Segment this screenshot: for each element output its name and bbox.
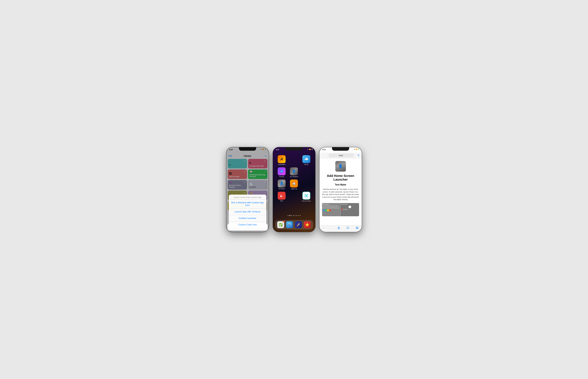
signal-icon-3: ▪▪▪ [354, 149, 355, 150]
dock-reeder[interactable]: ⭐ [304, 221, 311, 228]
dot-8 [300, 215, 301, 216]
text-stephen-icon: 👤 [290, 167, 298, 175]
dock-launch[interactable]: 🚀 [295, 221, 302, 228]
dot-5 [294, 215, 295, 216]
home-row-3: 👤 Text Myke 🏠 Lights Up [276, 179, 312, 190]
safari-reload-button[interactable]: ↻ [358, 154, 360, 157]
phone-2: 4:17 ▪▪▪ 📶 🔋 A Automation ☁️ Hourly [273, 147, 315, 232]
rss-icon [278, 192, 286, 200]
status-time-3: 4:17 [322, 149, 326, 151]
dot-1 [288, 215, 289, 216]
wifi-icon-3: 📶 [356, 149, 357, 150]
signal-icon-2: ▪▪▪ [307, 149, 309, 150]
dot-7 [298, 215, 299, 216]
svg-rect-4 [307, 194, 308, 195]
preview-right: Home Control + [340, 203, 359, 216]
home-app-automation[interactable]: A Automation [277, 155, 286, 165]
svg-rect-6 [307, 196, 308, 197]
safari-back-button[interactable]: ‹ [322, 226, 324, 231]
automation-icon: A [278, 155, 286, 163]
safari-preview-thumbnail: Home Control Add this launcher for 'Home… [322, 203, 359, 216]
home-app-hourly[interactable]: ☁️ Hourly [302, 155, 311, 165]
text-myke-icon: 👤 [278, 179, 286, 188]
frames-label: Frames [279, 176, 284, 177]
page-dots [273, 215, 315, 216]
action-sheet-item-1[interactable]: Launch App URL Scheme [229, 208, 266, 215]
status-time-2: 4:17 [276, 149, 279, 151]
home-app-text-stephen[interactable]: 👤 Text Stephen [289, 167, 299, 177]
stephen-photo: 👤 [290, 167, 298, 175]
action-sheet: Choose a Home Screen Launcher Type Run a… [229, 195, 266, 228]
hourly-label: Hourly [304, 164, 309, 165]
status-icons-2: ▪▪▪ 📶 🔋 [307, 149, 313, 150]
action-sheet-wrapper: Choose a Home Screen Launcher Type Run a… [228, 223, 268, 231]
hourly-icon: ☁️ [302, 155, 310, 163]
safari-page-subtitle: Text Myke [335, 183, 346, 186]
safari-page-title: Add Home Screen Launcher [322, 174, 359, 182]
dot-4 [293, 215, 294, 216]
svg-rect-3 [305, 194, 306, 195]
notch-2 [285, 147, 303, 151]
battery-icon-3: 🔋 [358, 149, 359, 150]
action-sheet-item-0[interactable]: Run a Shortcut with Custom App Icon [229, 199, 266, 208]
svg-rect-7 [306, 195, 307, 196]
svg-rect-1 [280, 196, 281, 197]
homescreen-label: Home Screen [302, 200, 311, 202]
dot-3 [291, 215, 292, 216]
dot-2 [289, 215, 290, 216]
battery-icon-2: 🔋 [311, 149, 313, 150]
safari-avatar: 👤 [335, 161, 346, 172]
rss-label: RSS [280, 200, 283, 202]
home-app-rss[interactable]: RSS [277, 192, 286, 202]
home-app-frames[interactable]: 💠 Frames [277, 167, 286, 177]
safari-page-description: Add this launcher for 'Text Myke' to you… [322, 188, 359, 201]
wifi-icon-2: 📶 [309, 149, 311, 150]
home-app-homescreen[interactable]: Home Screen [302, 192, 311, 202]
safari-url-field[interactable]: data: [329, 154, 354, 157]
home-row-1: A Automation ☁️ Hourly [276, 155, 312, 165]
home-app-lights-up[interactable]: 🏠 Lights Up [289, 179, 299, 190]
omnifocus-badge: 9 [283, 221, 285, 222]
preview-left: Home Control Add this launcher for 'Home… [322, 203, 340, 216]
action-sheet-item-2[interactable]: Contact Launcher [229, 215, 266, 221]
safari-bottom-bar: ‹ › [319, 225, 362, 231]
dock-safari[interactable] [286, 221, 293, 228]
status-icons-3: ▪▪▪ 📶 🔋 [354, 149, 359, 150]
safari-forward-button[interactable]: › [329, 226, 332, 231]
safari-address-bar: data: ↻ [319, 153, 362, 158]
home-row-2: 💠 Frames 👤 Text Stephen [276, 167, 312, 177]
svg-rect-5 [305, 196, 306, 197]
dock-omnifocus[interactable]: ✅ 9 [277, 221, 284, 228]
homescreen-icon [302, 192, 310, 200]
frames-icon: 💠 [278, 167, 286, 175]
automation-label: Automation [278, 164, 285, 165]
lights-up-icon: 🏠 [290, 179, 298, 188]
lights-up-label: Lights Up [291, 188, 297, 190]
dot-6 [296, 215, 297, 216]
safari-share-button[interactable] [337, 226, 341, 231]
home-app-text-myke[interactable]: 👤 Text Myke [277, 179, 286, 190]
safari-tabs-button[interactable] [355, 226, 359, 231]
phone-1: 2:23 ▪▪▪ 📶 🔋 Edit Library + ••• ✓ ••• ♥ … [226, 147, 269, 232]
action-sheet-title: Choose a Home Screen Launcher Type [229, 195, 266, 199]
action-sheet-item-3[interactable]: Custom Color Icon [229, 221, 266, 228]
home-row-4: RSS Home Screen [276, 192, 312, 202]
myke-photo: 👤 [278, 179, 286, 188]
dock: ✅ 9 🚀 ⭐ [275, 220, 313, 229]
text-stephen-label: Text Stephen [290, 176, 298, 177]
safari-content: 👤 Add Home Screen Launcher Text Myke Add… [319, 158, 362, 226]
phone-3: 4:17 ▪▪▪ 📶 🔋 data: ↻ 👤 Add Home Screen L… [319, 147, 362, 232]
safari-bookmarks-button[interactable] [346, 226, 350, 231]
home-app-grid: A Automation ☁️ Hourly 💠 Frames [273, 154, 315, 203]
text-myke-label: Text Myke [278, 188, 285, 190]
notch-3 [332, 147, 349, 151]
